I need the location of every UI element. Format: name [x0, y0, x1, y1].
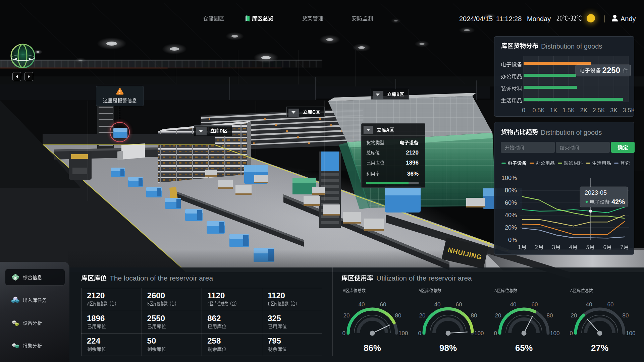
svg-text:0: 0	[570, 330, 573, 337]
svg-text:0%: 0%	[508, 237, 517, 243]
svg-text:2K: 2K	[580, 107, 587, 114]
svg-text:100%: 100%	[501, 175, 517, 181]
svg-text:20%: 20%	[505, 224, 517, 231]
svg-text:3K: 3K	[610, 107, 618, 114]
svg-text:3.5K: 3.5K	[623, 107, 634, 114]
svg-text:0: 0	[494, 330, 497, 337]
svg-text:40: 40	[359, 301, 365, 308]
svg-text:1.5K: 1.5K	[562, 107, 575, 114]
svg-text:2.5K: 2.5K	[593, 107, 605, 114]
svg-text:100: 100	[474, 330, 484, 337]
svg-text:0: 0	[418, 330, 421, 337]
svg-text:100: 100	[626, 330, 635, 337]
svg-text:2250: 2250	[602, 66, 620, 75]
svg-text:40: 40	[586, 301, 592, 308]
svg-text:1K: 1K	[550, 107, 557, 114]
svg-text:0: 0	[522, 107, 525, 114]
svg-text:60: 60	[456, 301, 462, 308]
svg-text:60: 60	[380, 301, 386, 308]
svg-text:60: 60	[607, 301, 614, 308]
svg-text:80: 80	[547, 312, 553, 319]
svg-text:20: 20	[419, 312, 426, 319]
svg-text:80: 80	[395, 312, 401, 319]
svg-text:80: 80	[623, 312, 629, 319]
svg-text:40%: 40%	[505, 212, 517, 219]
svg-text:0.5K: 0.5K	[532, 107, 545, 114]
svg-text:80%: 80%	[505, 187, 517, 194]
svg-text:100: 100	[398, 330, 408, 337]
svg-text:80: 80	[471, 312, 477, 319]
svg-text:40: 40	[510, 301, 517, 308]
svg-text:20: 20	[571, 312, 577, 319]
svg-text:60: 60	[532, 301, 538, 308]
svg-text:40: 40	[434, 301, 441, 308]
svg-text:0: 0	[342, 330, 345, 337]
svg-text:100: 100	[550, 330, 559, 337]
svg-text:2023-05: 2023-05	[585, 189, 607, 196]
svg-text:60%: 60%	[505, 199, 517, 206]
svg-text:20: 20	[343, 312, 350, 319]
svg-text:20: 20	[495, 312, 501, 319]
svg-text:42%: 42%	[611, 198, 625, 205]
